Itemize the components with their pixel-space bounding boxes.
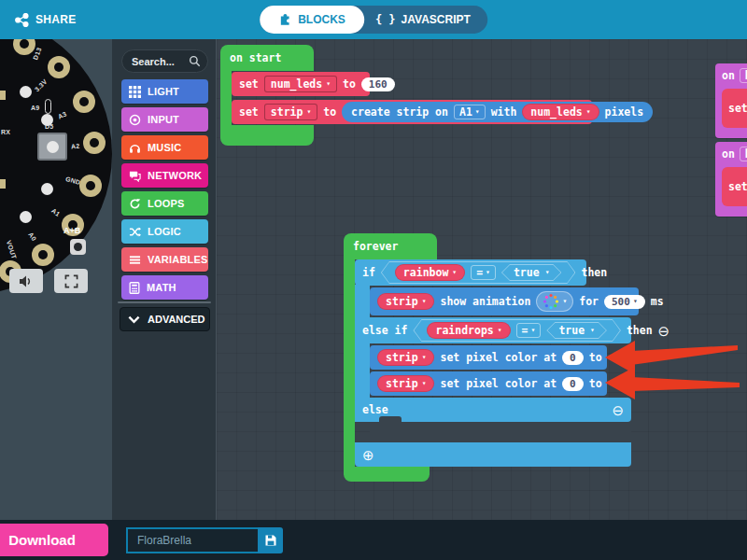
category-variables[interactable]: VARIABLES <box>121 247 208 272</box>
search-box[interactable] <box>121 49 208 73</box>
set-block-partial[interactable]: set <box>722 89 747 128</box>
set-pixel-white-block[interactable]: strip ▾ set pixel color at 0 to <box>370 345 607 370</box>
category-light[interactable]: LIGHT <box>121 79 208 104</box>
dropdown-caret-icon: ▾ <box>422 354 427 361</box>
circle-dot-icon <box>129 114 141 126</box>
numleds-variable-pill[interactable]: num_leds ▾ <box>522 104 599 120</box>
sound-toggle-button[interactable] <box>9 269 43 293</box>
pin-label: A2 <box>71 143 80 150</box>
forever-label: forever <box>353 240 398 253</box>
chat-bubbles-icon <box>129 170 141 182</box>
comparison-operator-dropdown[interactable]: = ▾ <box>516 323 542 338</box>
category-network[interactable]: NETWORK <box>121 163 208 188</box>
ab-button-label: A+B <box>63 226 80 235</box>
rainbow-variable-pill[interactable]: rainbow ▾ <box>395 264 465 281</box>
variable-name: strip <box>386 351 418 364</box>
category-advanced[interactable]: ADVANCED <box>120 307 210 331</box>
pixel-index-value[interactable]: 0 <box>562 351 584 365</box>
neopixel-led <box>41 114 53 126</box>
block-category-toolbox: LIGHT INPUT MUSIC NETWORK LOOPS LOGIC VA… <box>112 39 217 520</box>
strip-variable-dropdown[interactable]: strip ▾ <box>264 104 317 120</box>
if-row[interactable]: if rainbow ▾ = ▾ true ▾ then <box>355 259 586 286</box>
button-dropdown[interactable]: bu <box>740 68 747 83</box>
strip-variable-pill[interactable]: strip ▾ <box>377 293 434 310</box>
category-label: LOGIC <box>148 226 181 237</box>
speaker-icon <box>19 274 35 288</box>
expand-row[interactable]: ⊕ <box>355 442 631 467</box>
strip-variable-pill[interactable]: strip ▾ <box>377 375 434 392</box>
category-input[interactable]: INPUT <box>121 107 208 132</box>
empty-statement-slot <box>370 422 631 442</box>
for-keyword: for <box>579 295 599 308</box>
duration-dropdown[interactable]: 500 ▾ <box>604 295 645 309</box>
download-button[interactable]: Download <box>0 524 108 556</box>
category-logic[interactable]: LOGIC <box>121 219 208 244</box>
dropdown-caret-icon: ▾ <box>531 327 536 334</box>
grid-icon <box>129 86 141 98</box>
else-if-row[interactable]: else if raindrops ▾ = ▾ true ▾ then <box>355 317 631 343</box>
raindrops-variable-pill[interactable]: raindrops ▾ <box>427 322 510 339</box>
value-160[interactable]: 160 <box>361 77 395 91</box>
strip-variable-pill[interactable]: strip ▾ <box>377 349 434 366</box>
boolean-value[interactable]: true <box>514 266 540 279</box>
bottom-bar: Download <box>0 520 747 560</box>
set-strip-block[interactable]: set strip ▾ to create strip on A1 ▾ with… <box>232 100 592 124</box>
pixel-index-value[interactable]: 0 <box>562 377 584 391</box>
blocks-workspace[interactable]: on start set num_leds ▾ to 160 set strip… <box>217 39 747 520</box>
on-start-foot <box>220 125 314 146</box>
animation-dropdown[interactable]: ▾ <box>536 291 573 312</box>
category-loops[interactable]: LOOPS <box>121 191 208 216</box>
shuffle-icon <box>129 226 141 238</box>
fullscreen-button[interactable] <box>54 269 88 293</box>
search-icon <box>189 55 201 67</box>
to-keyword: to <box>589 351 602 364</box>
board-pad <box>83 132 106 154</box>
numleds-variable-dropdown[interactable]: num_leds ▾ <box>264 76 337 92</box>
on-button-block-partial[interactable]: on bu set <box>715 63 747 138</box>
on-button-block-partial[interactable]: on bu set <box>715 142 747 217</box>
dropdown-caret-icon: ▾ <box>498 327 502 334</box>
tab-blocks[interactable]: BLOCKS <box>260 6 364 34</box>
tab-javascript[interactable]: { } JAVASCRIPT <box>364 6 487 34</box>
project-name-input[interactable] <box>126 527 258 553</box>
dropdown-caret-icon: ▾ <box>306 108 311 116</box>
neopixel-led <box>41 183 53 195</box>
save-button[interactable] <box>258 527 283 553</box>
save-floppy-icon <box>264 534 277 547</box>
to-keyword: to <box>323 105 336 119</box>
create-strip-block[interactable]: create strip on A1 ▾ with num_leds ▾ pix… <box>342 102 653 122</box>
set-block-partial[interactable]: set <box>722 167 747 206</box>
share-button[interactable]: SHARE <box>15 0 77 39</box>
category-music[interactable]: MUSIC <box>121 135 208 160</box>
set-keyword: set <box>728 180 747 193</box>
board-pad <box>79 175 102 197</box>
boolean-value[interactable]: true <box>558 324 585 337</box>
ab-button[interactable] <box>70 239 86 255</box>
collapse-minus-icon[interactable]: ⊖ <box>612 403 624 417</box>
if-keyword: if <box>362 266 375 279</box>
search-input[interactable] <box>132 56 189 67</box>
dropdown-caret-icon: ▾ <box>586 108 591 116</box>
share-label: SHARE <box>35 13 77 26</box>
ms-keyword: ms <box>651 295 664 308</box>
expand-plus-icon[interactable]: ⊕ <box>362 448 374 462</box>
board-pad <box>32 244 54 266</box>
variable-name: strip <box>386 295 418 308</box>
else-keyword: else <box>362 403 388 416</box>
neopixel-led <box>20 86 32 98</box>
collapse-minus-icon[interactable]: ⊖ <box>658 324 670 338</box>
category-label: MATH <box>147 282 176 293</box>
then-keyword: then <box>627 324 653 337</box>
variable-name: strip <box>386 377 418 390</box>
top-bar: SHARE BLOCKS { } JAVASCRIPT <box>0 0 747 39</box>
pin-dropdown[interactable]: A1 ▾ <box>454 105 486 119</box>
show-animation-block[interactable]: strip ▾ show animation ▾ for <box>370 287 639 315</box>
set-pixel-black-block[interactable]: strip ▾ set pixel color at 0 to <box>370 371 607 396</box>
category-math[interactable]: MATH <box>121 275 208 300</box>
pin-label: RX <box>1 129 10 135</box>
set-numleds-block[interactable]: set num_leds ▾ to 160 <box>232 72 370 96</box>
button-dropdown[interactable]: bu <box>740 147 747 161</box>
if-else-block[interactable]: if rainbow ▾ = ▾ true ▾ then <box>355 259 627 467</box>
comparison-operator-dropdown[interactable]: = ▾ <box>471 265 496 280</box>
toolbox-divider <box>118 301 211 303</box>
